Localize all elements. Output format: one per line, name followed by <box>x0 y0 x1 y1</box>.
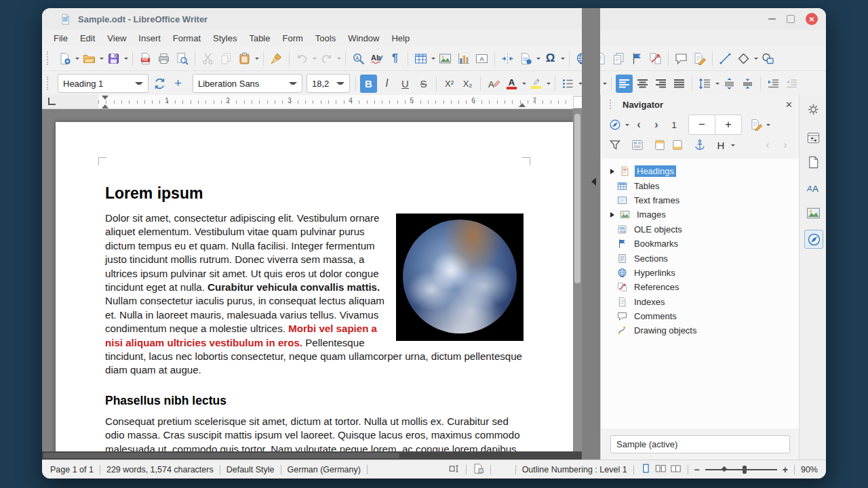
navigator-item-bookmarks[interactable]: Bookmarks <box>601 237 800 251</box>
content-filter-button[interactable] <box>607 136 623 154</box>
close-button[interactable]: ✕ <box>806 13 818 25</box>
copy-button[interactable] <box>218 49 235 68</box>
menu-styles[interactable]: Styles <box>207 32 243 45</box>
increase-indent-button[interactable] <box>765 75 782 93</box>
navigator-item-indexes[interactable]: Indexes <box>601 295 800 309</box>
unordered-list-button[interactable] <box>559 75 576 93</box>
field-dropdown-arrow[interactable] <box>536 58 540 62</box>
menu-view[interactable]: View <box>101 32 132 45</box>
decrease-indent-button[interactable] <box>783 75 800 93</box>
chevron-down-icon[interactable] <box>336 82 344 87</box>
insert-mode-indicator[interactable] <box>448 463 460 476</box>
menu-file[interactable]: File <box>47 32 74 45</box>
superscript-button[interactable]: X² <box>441 75 458 93</box>
heading-levels-dropdown-arrow[interactable] <box>731 144 735 148</box>
previous-button[interactable]: ‹ <box>631 116 647 134</box>
insert-text-box-button[interactable] <box>473 49 490 68</box>
clone-formatting-button[interactable] <box>268 49 285 68</box>
underline-button[interactable]: U <box>397 75 414 93</box>
menu-edit[interactable]: Edit <box>74 32 101 45</box>
chevron-down-icon[interactable] <box>289 82 297 87</box>
tab-stop-selector-icon[interactable] <box>48 98 56 105</box>
font-color-dropdown-arrow[interactable] <box>522 83 526 87</box>
document-content[interactable]: Lorem ipsum Dolor sit amet, consectetur … <box>105 163 524 451</box>
undo-dropdown-arrow[interactable] <box>313 58 317 62</box>
draw-functions-button[interactable] <box>760 49 776 68</box>
clear-formatting-button[interactable] <box>485 75 502 93</box>
font-size-combo[interactable]: 18,2 <box>307 74 350 93</box>
sidebar-properties-button[interactable] <box>804 129 822 146</box>
undo-button[interactable] <box>294 49 311 68</box>
navigator-item-images[interactable]: Images <box>601 207 800 222</box>
expand-all-button[interactable]: + <box>715 118 741 131</box>
toolbar-grip[interactable] <box>47 77 52 90</box>
zoom-level[interactable]: 90% <box>801 465 818 474</box>
insert-table-button[interactable] <box>412 49 429 68</box>
align-center-button[interactable] <box>634 75 651 93</box>
special-character-button[interactable]: Ω <box>542 49 559 68</box>
zoom-out-button[interactable]: − <box>694 464 700 475</box>
navigator-item-references[interactable]: References <box>601 280 800 294</box>
navigator-close-icon[interactable]: ✕ <box>785 100 793 110</box>
insert-bookmark-button[interactable] <box>629 49 646 68</box>
drag-mode-button[interactable] <box>748 116 764 134</box>
sidebar-navigator-button[interactable] <box>804 230 823 249</box>
horizontal-ruler[interactable]: 1 2 3 4 5 6 7 <box>42 95 582 109</box>
menu-help[interactable]: Help <box>385 32 416 45</box>
promote-level-button[interactable]: ‹ <box>760 136 776 154</box>
font-color-button[interactable]: A <box>503 75 520 93</box>
ordered-list-dropdown-arrow[interactable] <box>603 83 607 87</box>
panel-splitter[interactable] <box>582 8 600 373</box>
insert-line-button[interactable] <box>717 49 734 68</box>
new-document-button[interactable] <box>56 49 73 68</box>
subscript-button[interactable]: X₂ <box>459 75 476 93</box>
chevron-down-icon[interactable] <box>135 82 143 87</box>
table-dropdown-arrow[interactable] <box>431 58 435 62</box>
outline-level-info[interactable]: Outline Numbering : Level 1 <box>522 465 627 474</box>
menu-table[interactable]: Table <box>243 32 276 45</box>
italic-button[interactable]: I <box>378 75 395 93</box>
highlight-color-button[interactable] <box>528 75 545 93</box>
line-spacing-button[interactable] <box>696 75 713 93</box>
page[interactable]: Lorem ipsum Dolor sit amet, consectetur … <box>56 122 573 451</box>
horizontal-scrollbar[interactable] <box>42 451 582 460</box>
navigator-item-ole-objects[interactable]: OLE objects <box>601 222 800 237</box>
heading-levels-button[interactable]: H <box>713 136 729 154</box>
zoom-in-button[interactable]: + <box>783 464 788 475</box>
expander-icon[interactable] <box>610 169 617 174</box>
paste-button[interactable] <box>236 49 253 68</box>
book-view-button[interactable] <box>670 463 682 476</box>
drag-mode-dropdown-arrow[interactable] <box>766 124 770 128</box>
insert-image-button[interactable] <box>437 49 454 68</box>
header-button[interactable] <box>652 136 668 154</box>
paste-dropdown-arrow[interactable] <box>255 58 259 62</box>
redo-dropdown-arrow[interactable] <box>337 58 341 62</box>
strikethrough-button[interactable]: S <box>415 75 432 93</box>
sidebar-settings-button[interactable] <box>804 100 822 118</box>
shapes-dropdown-arrow[interactable] <box>754 58 758 62</box>
new-style-button[interactable]: + <box>170 75 186 93</box>
page-info[interactable]: Page 1 of 1 <box>50 465 94 474</box>
special-char-dropdown-arrow[interactable] <box>561 58 565 62</box>
horizontal-scrollbar-thumb[interactable] <box>43 453 399 458</box>
insert-chart-button[interactable] <box>455 49 472 68</box>
cut-button[interactable] <box>199 49 216 68</box>
navigator-item-sections[interactable]: Sections <box>601 251 800 265</box>
vertical-scrollbar[interactable] <box>573 108 582 451</box>
sidebar-styles-button[interactable] <box>804 179 822 197</box>
insert-endnote-button[interactable] <box>610 49 627 68</box>
left-indent-marker[interactable] <box>102 101 108 108</box>
navigator-item-tables[interactable]: Tables <box>601 178 800 192</box>
document-canvas[interactable]: Lorem ipsum Dolor sit amet, consectetur … <box>42 108 582 451</box>
word-count[interactable]: 229 words, 1,574 characters <box>106 465 214 474</box>
save-button[interactable] <box>105 49 122 68</box>
navigate-by-button[interactable] <box>607 116 623 134</box>
page-style[interactable]: Default Style <box>226 465 275 474</box>
align-justify-button[interactable] <box>671 75 688 93</box>
navigator-content-tree[interactable]: Headings Tables Text frames Images OLE o… <box>601 159 800 434</box>
text-language[interactable]: German (Germany) <box>288 465 361 474</box>
sidebar-page-button[interactable] <box>804 153 822 171</box>
formatting-marks-button[interactable]: ¶ <box>387 49 403 68</box>
zoom-slider-thumb[interactable] <box>743 466 747 474</box>
print-preview-button[interactable] <box>174 49 191 68</box>
